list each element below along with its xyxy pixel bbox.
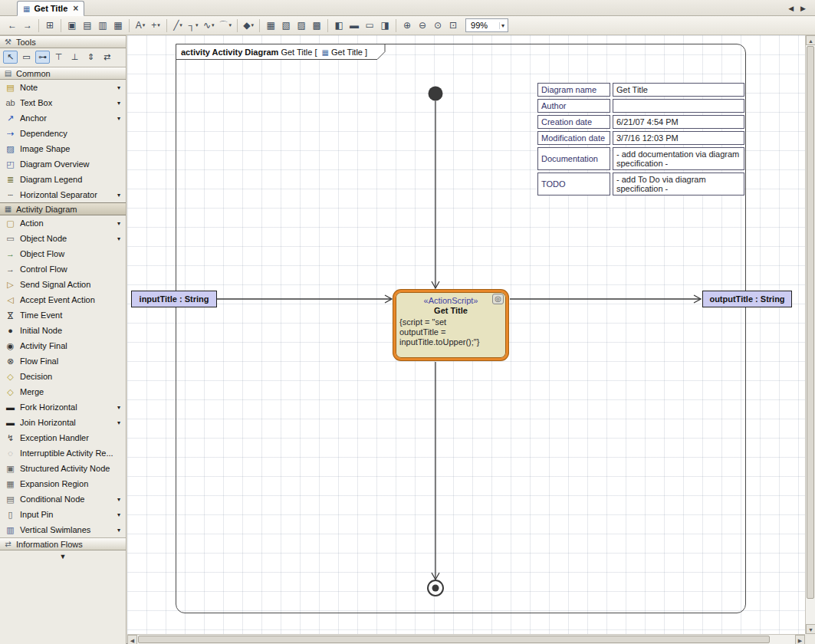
palette-item-activity-final[interactable]: ◉Activity Final: [0, 338, 126, 353]
dropdown-caret-icon[interactable]: ▾: [115, 496, 123, 503]
make-same-height-button[interactable]: ▭: [362, 18, 377, 33]
insert-point-button[interactable]: +▾: [148, 18, 163, 33]
zoom-combobox[interactable]: 99% ▾: [465, 18, 508, 32]
scroll-down-icon[interactable]: ▼: [806, 624, 815, 634]
scroll-left-icon[interactable]: ◀: [127, 635, 137, 644]
copy-button[interactable]: ▣: [64, 18, 80, 33]
control-flow-initial-to-action[interactable]: [432, 101, 439, 289]
section-header-activity-diagram[interactable]: ▦Activity Diagram: [0, 202, 126, 215]
palette-item-send-signal-action[interactable]: ▷Send Signal Action: [0, 277, 126, 292]
tab-get-title[interactable]: ▦ Get Title ×: [17, 1, 84, 16]
quick-layout-button[interactable]: ▩: [309, 18, 324, 33]
palette-item-control-flow[interactable]: →Control Flow: [0, 261, 126, 277]
paste-button[interactable]: ▤: [80, 18, 95, 33]
font-settings-button[interactable]: A▾: [133, 18, 148, 33]
object-flow-action-to-output[interactable]: [510, 295, 701, 303]
duplicate-button[interactable]: ▦: [110, 18, 126, 33]
show-grid-button[interactable]: ▦: [263, 18, 278, 33]
section-header-information-flows[interactable]: ⇄Information Flows: [0, 537, 126, 550]
zoom-caret-icon[interactable]: ▾: [499, 22, 506, 29]
dropdown-caret-icon[interactable]: ▾: [115, 192, 123, 199]
dropdown-caret-icon[interactable]: ▾: [115, 419, 123, 426]
zoom-fit-button[interactable]: ⊡: [445, 18, 461, 33]
distribute-vertical-tool-button[interactable]: ⇕: [84, 51, 98, 64]
grid-options-button[interactable]: ▨: [294, 18, 309, 33]
dropdown-caret-icon[interactable]: ▾: [157, 22, 160, 28]
zoom-in-button[interactable]: ⊕: [399, 18, 415, 33]
palette-item-conditional-node[interactable]: ▤Conditional Node▾: [0, 491, 126, 507]
dropdown-caret-icon[interactable]: ▾: [229, 22, 232, 28]
rectilinear-path-button[interactable]: ┐▾: [186, 18, 201, 33]
dropdown-caret-icon[interactable]: ▾: [115, 235, 123, 242]
palette-item-input-pin[interactable]: ▯Input Pin▾: [0, 507, 126, 522]
horizontal-scroll-thumb[interactable]: [138, 636, 770, 643]
action-node-get-title[interactable]: ◎ «ActionScript» Get Title {script = "se…: [393, 290, 508, 360]
palette-more-button[interactable]: ▼: [0, 550, 126, 563]
palette-item-action[interactable]: ▢Action▾: [0, 215, 126, 231]
tab-scroll-left-icon[interactable]: ◀: [788, 5, 794, 12]
initial-node[interactable]: [429, 87, 443, 101]
palette-item-initial-node[interactable]: ●Initial Node: [0, 323, 126, 338]
dropdown-caret-icon[interactable]: ▾: [196, 22, 199, 28]
palette-item-time-event[interactable]: ⋈Time Event: [0, 307, 126, 323]
dropdown-caret-icon[interactable]: ▾: [115, 527, 123, 534]
input-parameter-node[interactable]: inputTitle : String: [131, 291, 217, 307]
arc-path-button[interactable]: ⌒▾: [217, 18, 235, 33]
dropdown-caret-icon[interactable]: ▾: [251, 22, 254, 28]
palette-item-structured-activity-node[interactable]: ▣Structured Activity Node: [0, 461, 126, 476]
swimlane-right-button[interactable]: ◨: [377, 18, 393, 33]
section-header-common[interactable]: ▤Common: [0, 67, 126, 80]
dependency-style-button[interactable]: ◆▾: [241, 18, 256, 33]
dropdown-caret-icon[interactable]: ▾: [179, 22, 182, 28]
palette-item-accept-event-action[interactable]: ◁Accept Event Action: [0, 292, 126, 307]
dropdown-caret-icon[interactable]: ▾: [115, 100, 123, 107]
scroll-right-icon[interactable]: ▶: [795, 635, 805, 644]
section-header-tools[interactable]: ⚒ Tools: [0, 35, 126, 48]
back-button[interactable]: ←: [5, 18, 20, 33]
palette-item-image-shape[interactable]: ▨Image Shape: [0, 141, 126, 156]
palette-item-fork-horizontal[interactable]: ▬Fork Horizontal▾: [0, 399, 126, 415]
output-parameter-node[interactable]: outputTitle : String: [702, 291, 792, 307]
vertical-scrollbar[interactable]: ▲ ▼: [805, 35, 815, 634]
activity-final-node[interactable]: [428, 580, 443, 596]
align-bottom-tool-button[interactable]: ⊥: [67, 51, 82, 64]
palette-item-diagram-legend[interactable]: ≣Diagram Legend: [0, 172, 126, 187]
dropdown-caret-icon[interactable]: ▾: [115, 404, 123, 411]
tab-scroll-right-icon[interactable]: ▶: [800, 5, 806, 12]
dropdown-caret-icon[interactable]: ▾: [115, 511, 123, 518]
forward-button[interactable]: →: [20, 18, 35, 33]
palette-item-merge[interactable]: ◇Merge: [0, 384, 126, 399]
palette-item-anchor[interactable]: ↗Anchor▾: [0, 110, 126, 126]
quick-link-tool-button[interactable]: ⊶: [35, 51, 50, 64]
oblique-path-button[interactable]: ╱▾: [170, 18, 186, 33]
containment-tree-button[interactable]: ⊞: [42, 18, 58, 33]
palette-item-object-node[interactable]: ▭Object Node▾: [0, 231, 126, 246]
palette-item-horizontal-separator[interactable]: ┄Horizontal Separator▾: [0, 187, 126, 202]
palette-item-diagram-overview[interactable]: ◰Diagram Overview: [0, 156, 126, 172]
tab-close-icon[interactable]: ×: [73, 5, 78, 12]
snap-to-grid-button[interactable]: ▧: [278, 18, 294, 33]
palette-item-note[interactable]: ▤Note▾: [0, 80, 126, 95]
object-flow-input-to-action[interactable]: [217, 295, 392, 303]
palette-item-exception-handler[interactable]: ↯Exception Handler: [0, 430, 126, 445]
palette-item-decision[interactable]: ◇Decision: [0, 369, 126, 384]
marquee-select-tool-button[interactable]: ▭: [19, 51, 34, 64]
diagram-canvas[interactable]: activity Activity Diagram Get Title [ ▦G…: [127, 35, 805, 634]
distribute-horizontal-tool-button[interactable]: ⇄: [100, 51, 114, 64]
horizontal-scrollbar[interactable]: ◀ ▶: [127, 634, 805, 644]
palette-item-join-horizontal[interactable]: ▬Join Horizontal▾: [0, 415, 126, 430]
zoom-out-button[interactable]: ⊖: [415, 18, 430, 33]
control-flow-action-to-final[interactable]: [432, 362, 439, 580]
paste-reference-button[interactable]: ▥: [95, 18, 110, 33]
dropdown-caret-icon[interactable]: ▾: [143, 22, 146, 28]
palette-item-interruptible-activity-re[interactable]: ◌Interruptible Activity Re...: [0, 445, 126, 461]
swimlane-left-button[interactable]: ◧: [331, 18, 347, 33]
align-top-tool-button[interactable]: ⊤: [51, 51, 66, 64]
palette-item-dependency[interactable]: ⇢Dependency: [0, 126, 126, 141]
bezier-path-button[interactable]: ∿▾: [201, 18, 217, 33]
vertical-scroll-thumb[interactable]: [807, 46, 814, 599]
dropdown-caret-icon[interactable]: ▾: [115, 115, 123, 122]
palette-item-expansion-region[interactable]: ▦Expansion Region: [0, 476, 126, 491]
dropdown-caret-icon[interactable]: ▾: [115, 220, 123, 227]
palette-item-flow-final[interactable]: ⊗Flow Final: [0, 353, 126, 369]
